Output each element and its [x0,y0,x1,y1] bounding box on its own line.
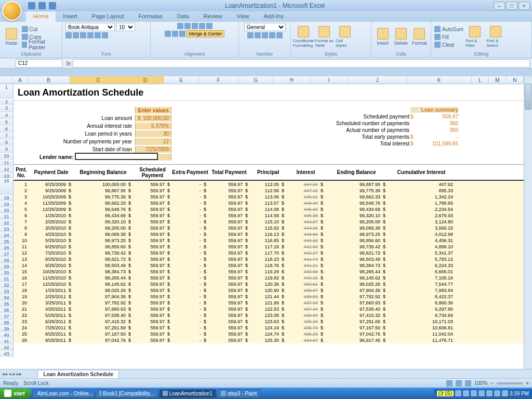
view-pagebreak-icon[interactable] [465,380,471,387]
taskbar-item[interactable]: LoanAmortization1 [159,389,216,398]
ribbon-tab-data[interactable]: Data [169,11,196,22]
bold-icon[interactable] [65,32,72,38]
ribbon-tab-view[interactable]: View [230,11,257,22]
fill-color-icon[interactable] [95,32,101,38]
taskbar-item[interactable]: Book1 [Compatibility... [96,389,158,398]
orientation-icon[interactable] [199,23,205,29]
col-header-G[interactable]: G [238,76,273,84]
sort-filter-button[interactable]: Sort & Filter [466,24,484,49]
find-select-button[interactable]: Find & Select [486,24,505,49]
number-format-select[interactable]: General [244,23,286,31]
format-cells-button[interactable]: Format [411,24,428,49]
comma-icon[interactable] [262,32,268,38]
sheet-tab[interactable]: Loan Amortization Schedule [37,370,119,378]
align-center-icon[interactable] [172,31,178,37]
align-top-icon[interactable] [177,23,183,29]
ribbon-tab-formulas[interactable]: Formulas [131,11,170,22]
zoom-in-button[interactable]: + [526,380,529,386]
ribbon-tab-page-layout[interactable]: Page Layout [85,11,131,22]
minimize-button[interactable]: – [494,2,505,10]
format-as-table-button[interactable]: Format as Table [315,24,334,49]
redo-icon[interactable] [49,2,56,9]
font-size-select[interactable]: 10 [116,23,135,31]
ribbon-tab-home[interactable]: Home [26,11,56,22]
cell-styles-button[interactable]: Cell Styles [336,24,354,49]
tray-icon[interactable] [478,390,485,396]
tray-icon[interactable] [471,390,477,396]
zoom-slider[interactable] [497,382,523,384]
row-headers[interactable]: 1234567891011121316181920212223242526272… [0,84,14,378]
merge-center-button[interactable]: Merge & Center [187,30,225,37]
taskbar-item[interactable]: AimLoan.com - Online... [32,389,95,398]
fx-icon[interactable]: fx [64,60,73,66]
worksheet[interactable]: ABCDEFGHIJKLMN 1234567891011121316181920… [0,76,524,378]
align-middle-icon[interactable] [184,23,191,29]
quick-access-toolbar [28,2,56,9]
col-header-A[interactable]: A [13,76,28,84]
zoom-out-button[interactable]: − [490,380,494,386]
decrease-decimal-icon[interactable] [276,32,283,38]
amortization-body: 18/25/2009 $100,000.00 $559.97 $- $559.9… [14,181,524,343]
align-right-icon[interactable] [179,31,185,37]
align-bottom-icon[interactable] [192,23,198,29]
column-headers[interactable]: ABCDEFGHIJKLMN [0,76,524,84]
col-header-K[interactable]: K [407,76,472,84]
col-header-I[interactable]: I [311,76,348,84]
cut-button[interactable]: Cut [22,25,59,33]
col-header-F[interactable]: F [199,76,238,84]
col-header-M[interactable]: M [489,76,506,84]
currency-icon[interactable] [247,32,254,38]
ribbon-tab-add-ins[interactable]: Add-Ins [256,11,290,22]
increase-decimal-icon[interactable] [269,32,275,38]
percent-icon[interactable] [255,32,261,38]
delete-cells-button[interactable]: Delete [393,24,409,49]
format-painter-button[interactable]: Format Painter [22,41,59,48]
clear-button[interactable]: Clear [434,41,463,48]
italic-icon[interactable] [73,32,79,38]
col-header-J[interactable]: J [348,76,407,84]
save-icon[interactable] [28,2,35,9]
system-tray[interactable]: (3:15) 3:39 PM [434,389,532,397]
underline-icon[interactable] [80,32,86,38]
maximize-button[interactable]: □ [506,2,517,10]
paste-button[interactable]: Paste [3,24,20,49]
col-header-N[interactable]: N [507,76,524,84]
clock[interactable]: 3:39 PM [510,391,529,396]
start-button[interactable]: start [0,388,31,398]
tray-icon[interactable] [502,390,508,396]
font-name-select[interactable]: Book Antiqua [65,23,115,31]
conditional-formatting-button[interactable]: Conditional Formatting [294,24,313,49]
close-button[interactable]: × [518,2,530,10]
tray-icon[interactable] [455,390,461,396]
col-header-H[interactable]: H [273,76,311,84]
font-color-icon[interactable] [102,32,108,38]
taskbar-item[interactable]: step3 - Paint [217,389,260,398]
undo-icon[interactable] [38,2,46,9]
fill-button[interactable]: Fill [434,33,463,41]
col-header-E[interactable]: E [164,76,199,84]
formula-bar[interactable] [73,59,530,68]
col-header-L[interactable]: L [472,76,489,84]
tray-icon[interactable] [463,390,469,396]
ribbon-tab-insert[interactable]: Insert [56,11,85,22]
col-header-B[interactable]: B [28,76,70,84]
autosum-button[interactable]: AutoSum [434,25,463,33]
ribbon-tab-review[interactable]: Review [196,11,230,22]
align-left-icon[interactable] [165,31,171,37]
wrap-text-icon[interactable] [206,23,212,29]
col-header-D[interactable]: D [127,76,164,84]
border-icon[interactable] [87,32,94,38]
lender-name-row: Lender name: [39,153,158,160]
col-header-C[interactable]: C [70,76,127,84]
tray-icon[interactable] [494,390,500,396]
status-ready: Ready [3,380,18,386]
lender-name-input[interactable] [75,153,158,160]
name-box[interactable] [16,59,62,68]
insert-cells-button[interactable]: Insert [375,24,391,49]
vertical-scrollbar[interactable] [524,76,532,378]
view-layout-icon[interactable] [456,380,462,387]
view-normal-icon[interactable] [446,380,453,387]
zoom-level[interactable]: 100% [474,380,488,386]
office-button[interactable] [2,1,22,21]
tray-icon[interactable] [486,390,493,396]
